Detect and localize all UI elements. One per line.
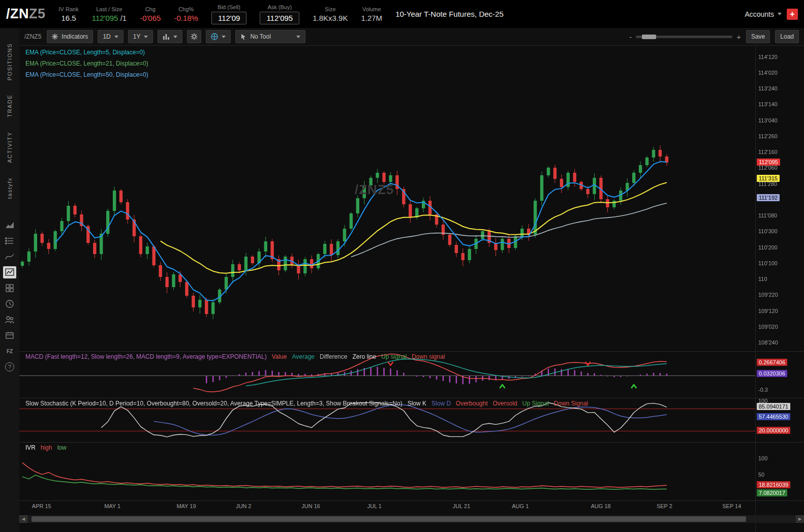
drawing-tool-dropdown[interactable]: No Tool (235, 30, 305, 43)
panel-divider[interactable] (19, 351, 804, 352)
axis-label: 113'140 (758, 101, 778, 107)
axis-badge: 0.2667406 (757, 359, 787, 366)
range-dropdown[interactable]: 1Y (128, 30, 153, 43)
field-label: Bid (Sell) (218, 4, 240, 10)
macd-legend-item: Difference (320, 353, 347, 360)
quote-field-iv-rank: IV Rank16.5 (59, 6, 79, 22)
area-chart-icon[interactable] (3, 219, 16, 231)
macd-legend-item: Average (292, 353, 315, 360)
charts-icon[interactable] (3, 266, 16, 278)
chart-style-dropdown[interactable] (158, 30, 182, 43)
zoom-out-button[interactable]: - (629, 33, 632, 41)
x-axis-label: APR 15 (32, 503, 51, 509)
ivr-chart-canvas[interactable] (19, 443, 756, 499)
macd-legend: ValueAverageDifferenceZero lineUp signal… (272, 353, 445, 360)
accounts-dropdown[interactable]: Accounts (745, 10, 782, 18)
axis-label: 110'100 (758, 260, 778, 266)
quote-fields: IV Rank16.5Last / Size112'095 /1Chg-0'06… (59, 4, 383, 24)
load-button[interactable]: Load (775, 30, 799, 43)
add-symbol-button[interactable]: + (787, 9, 798, 20)
chart-settings-button[interactable] (187, 30, 201, 43)
sidebar-icons: FZ ? (3, 219, 16, 373)
stoch-legend-item: Down Signal (554, 400, 588, 407)
x-axis-label: JUN 16 (301, 503, 320, 509)
axis-label: 109'220 (758, 292, 778, 298)
axis-badge: 111'315 (757, 175, 780, 182)
zoom-slider[interactable] (636, 36, 732, 38)
field-value-chg: -0'065 (140, 14, 161, 22)
calendar-icon[interactable] (3, 329, 16, 341)
sidebar-tab-positions[interactable]: POSITIONS (7, 43, 13, 80)
indicators-icon (52, 34, 58, 40)
field-label: Chg% (178, 6, 194, 12)
save-button[interactable]: Save (746, 30, 770, 43)
field-value-volume: 1.27M (361, 14, 382, 22)
x-axis-label: AUG 1 (512, 503, 529, 509)
stochastic-legend: Slow KSlow DOverboughtOversoldUp SignalD… (408, 400, 589, 407)
field-value-bid-sell[interactable]: 112'09 (211, 12, 246, 24)
ema-study-label-1: EMA (Price=CLOSE, Length=21, Displace=0) (25, 60, 148, 67)
x-axis-label: SEP 2 (657, 503, 672, 509)
axis-badge: 7.0820017 (757, 489, 787, 496)
curve-analysis-icon[interactable] (3, 251, 16, 263)
field-value-size: 1.8Kx3.9K (313, 14, 348, 22)
axis-label: 113'240 (758, 85, 778, 91)
symbol-title: /ZNZ5 (6, 6, 46, 22)
sidebar-tab-tastyfx[interactable]: tastyfx (7, 177, 13, 199)
x-axis-label: JUN 2 (236, 503, 252, 509)
scrollbar-thumb[interactable] (32, 516, 746, 522)
grid-view-icon[interactable] (3, 282, 16, 294)
stoch-legend-item: Slow D (431, 400, 451, 407)
follow-traders-icon[interactable] (3, 314, 16, 326)
quote-field-chg: Chg-0'065 (140, 6, 161, 22)
zoom-in-button[interactable]: + (736, 33, 741, 41)
cursor-icon (240, 34, 246, 40)
axis-badge: 0.0320306 (757, 370, 787, 377)
layout-grid-icon (211, 33, 218, 40)
accounts-label: Accounts (745, 10, 774, 18)
axis-label: 108'240 (758, 339, 778, 346)
chevron-down-icon (114, 36, 118, 38)
scroll-right-button[interactable]: ▶ (796, 515, 804, 523)
stoch-legend-item: Up Signal (522, 400, 549, 407)
quote-field-ask-buy: Ask (Buy)112'095 (260, 4, 299, 24)
x-axis-label: SEP 14 (722, 503, 741, 509)
axis-label: 50 (758, 472, 764, 478)
field-value-iv-rank: 16.5 (61, 14, 76, 22)
axis-label: 110'200 (758, 244, 778, 251)
axis-badge: 20.0000000 (757, 427, 790, 434)
x-axis-label: MAY 19 (176, 503, 196, 509)
axis-label: 112'160 (758, 149, 778, 155)
field-label: Last / Size (96, 6, 122, 12)
field-label: Volume (362, 6, 381, 12)
stoch-legend-item: Slow K (408, 400, 426, 407)
axis-label: 113'040 (758, 117, 778, 123)
fz-icon[interactable]: FZ (3, 345, 16, 357)
chevron-down-icon (296, 36, 300, 38)
quote-field-volume: Volume1.27M (361, 6, 382, 22)
stoch-legend-item: Overbought (456, 400, 488, 407)
axis-label: 114'120 (758, 54, 778, 60)
scroll-left-button[interactable]: ◀ (19, 515, 27, 523)
panel-divider[interactable] (19, 398, 804, 398)
zoom-slider-thumb[interactable] (642, 35, 656, 39)
axis-label: 112'260 (758, 133, 778, 139)
layout-dropdown[interactable] (206, 30, 231, 43)
macd-panel-header: MACD (Fast length=12, Slow length=26, MA… (25, 353, 445, 360)
axis-label: -0.3 (758, 387, 768, 393)
sidebar-tab-trade[interactable]: TRADE (7, 95, 13, 117)
left-sidebar: POSITIONSTRADEACTIVITYtastyfx FZ ? (0, 28, 19, 532)
help-icon[interactable]: ? (3, 361, 16, 373)
indicators-button[interactable]: Indicators (47, 30, 93, 43)
watchlist-icon[interactable] (3, 235, 16, 247)
field-value-ask-buy[interactable]: 112'095 (260, 12, 299, 24)
timeframe-dropdown[interactable]: 1D (98, 30, 123, 43)
x-axis: APR 15MAY 1MAY 19JUN 2JUN 16JUL 1JUL 21A… (19, 502, 756, 512)
axis-badge: 18.8216039 (757, 481, 790, 488)
scrollbar-track[interactable] (27, 515, 796, 523)
price-chart-canvas[interactable] (19, 46, 756, 351)
panel-divider[interactable] (19, 442, 804, 443)
sidebar-tab-activity[interactable]: ACTIVITY (7, 132, 13, 163)
chart-watermark: /ZNZ5 (355, 182, 394, 198)
history-clock-icon[interactable] (3, 298, 16, 310)
